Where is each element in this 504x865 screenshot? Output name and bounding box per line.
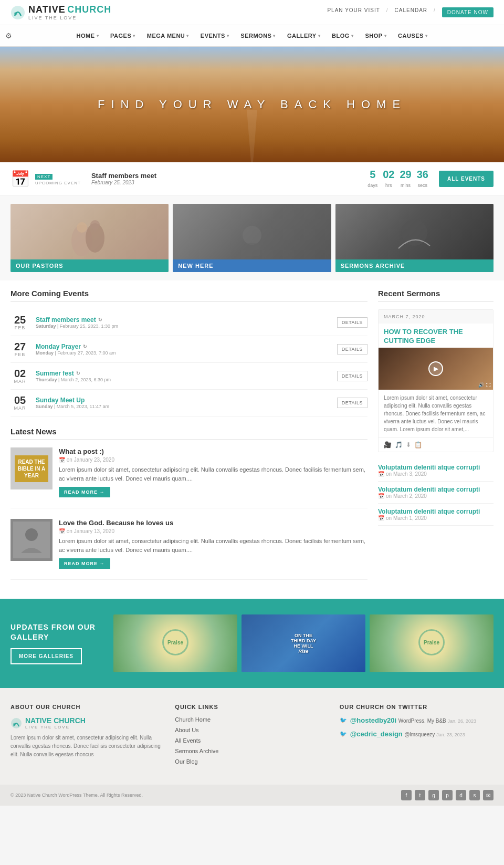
read-more-button-2[interactable]: READ MORE → bbox=[59, 558, 110, 569]
twitter-icon-1: 🐦 bbox=[340, 717, 347, 724]
all-events-button[interactable]: ALL EVENTS bbox=[439, 171, 494, 187]
sermon-card-title[interactable]: HOW TO RECOVER THE CUTTING EDGE bbox=[379, 324, 493, 348]
tweet-text-2: @lmsqueezy bbox=[404, 732, 436, 737]
gallery-left: UPDATES FROM OUR GALLERY MORE GALLERIES bbox=[10, 622, 105, 664]
event-month: FEB bbox=[10, 325, 29, 330]
logo: NATIVE CHURCH LIVE THE LOVE bbox=[10, 4, 111, 20]
tweet-date-2: Jan. 23, 2023 bbox=[436, 732, 465, 737]
calendar-link[interactable]: CALENDAR bbox=[395, 7, 427, 17]
event-info: Summer fest ↻ Thursday | March 2, 2023, … bbox=[36, 370, 331, 382]
event-day: 02 bbox=[10, 368, 29, 379]
mins-num: 29 bbox=[400, 169, 411, 181]
skype-icon[interactable]: s bbox=[469, 790, 480, 800]
nav-events[interactable]: EVENTS ▾ bbox=[195, 25, 235, 46]
nav-pages[interactable]: PAGES ▾ bbox=[105, 25, 141, 46]
download-icon[interactable]: ⬇ bbox=[406, 441, 411, 449]
gallery-images: Praise ON THETHIRD DAYHE WILLRise Praise bbox=[113, 614, 494, 672]
svg-point-12 bbox=[13, 723, 16, 725]
sermon-list-title-1[interactable]: Voluptatum deleniti atque corrupti bbox=[378, 464, 494, 471]
gallery-image-2[interactable]: ON THETHIRD DAYHE WILLRise bbox=[242, 614, 365, 672]
volume-icon[interactable]: 🔊 bbox=[478, 382, 484, 388]
pastors-image bbox=[64, 217, 116, 259]
days-unit: 5 days bbox=[368, 169, 377, 189]
mins-unit: 29 mins bbox=[400, 169, 411, 189]
nav-shop[interactable]: SHOP ▾ bbox=[360, 25, 392, 46]
play-button[interactable]: ▶ bbox=[428, 361, 443, 376]
gallery-image-3[interactable]: Praise bbox=[370, 614, 494, 672]
event-date-box: 27 FEB bbox=[10, 341, 29, 357]
nav-home[interactable]: HOME ▾ bbox=[71, 25, 104, 46]
nav-blog[interactable]: BLOG ▾ bbox=[327, 25, 359, 46]
new-image bbox=[226, 217, 278, 259]
event-schedule: Thursday | March 2, 2023, 6:30 pm bbox=[36, 377, 331, 382]
mins-label: mins bbox=[401, 183, 411, 188]
read-more-button-1[interactable]: READ MORE → bbox=[59, 487, 110, 497]
fullscreen-icon[interactable]: ⛶ bbox=[486, 382, 491, 388]
logo-church: CHURCH bbox=[67, 4, 111, 15]
twitter-social-icon[interactable]: t bbox=[415, 790, 425, 800]
tweet-handle-1[interactable]: @hostedby20i bbox=[350, 716, 397, 724]
pastors-label: Our Pastors bbox=[10, 259, 169, 272]
footer-link-about[interactable]: About Us bbox=[175, 727, 329, 733]
svg-point-10 bbox=[25, 528, 38, 541]
new-label: New Here bbox=[173, 259, 331, 272]
news-thumb-1: READ THEBIBLE IN AYEAR bbox=[10, 447, 52, 489]
footer-link-blog[interactable]: Our Blog bbox=[175, 758, 329, 765]
sermon-video[interactable]: ▶ 🔊 ⛶ bbox=[379, 348, 493, 390]
event-month: MAR bbox=[10, 405, 29, 411]
email-icon[interactable]: ✉ bbox=[483, 790, 494, 800]
footer-link-church-home[interactable]: Church Home bbox=[175, 716, 329, 723]
event-day: 27 bbox=[10, 341, 29, 352]
sermon-card-date: MARCH 7, 2020 bbox=[379, 310, 493, 324]
footer-link-events[interactable]: All Events bbox=[175, 737, 329, 744]
event-details-button[interactable]: DETAILS bbox=[337, 371, 368, 381]
hero-tagline: FIND YOUR WAY BACK HOME bbox=[98, 98, 406, 111]
sep1: / bbox=[386, 7, 388, 17]
event-details-button[interactable]: DETAILS bbox=[337, 344, 368, 355]
plan-visit-link[interactable]: PLAN YOUR VISIT bbox=[327, 7, 380, 17]
nav-sermons[interactable]: SERMONS ▾ bbox=[235, 25, 281, 46]
video-icon[interactable]: 🎥 bbox=[384, 441, 392, 449]
countdown-numbers: 5 days 02 hrs 29 mins 36 secs bbox=[368, 169, 428, 189]
event-details-button[interactable]: DETAILS bbox=[337, 317, 368, 328]
donate-link[interactable]: DONATE NOW bbox=[442, 7, 494, 17]
sermon-list-title-3[interactable]: Voluptatum deleniti atque corrupti bbox=[378, 508, 494, 515]
audio-icon[interactable]: 🎵 bbox=[395, 441, 403, 449]
facebook-icon[interactable]: f bbox=[401, 790, 412, 800]
more-galleries-button[interactable]: MORE GALLERIES bbox=[10, 648, 82, 664]
hero-road-svg bbox=[231, 68, 273, 162]
footer-logo-icon bbox=[10, 717, 22, 729]
table-row: 05 MAR Sunday Meet Up Sunday | March 5, … bbox=[10, 390, 368, 416]
gear-icon[interactable]: ⚙ bbox=[5, 32, 12, 40]
sermon-list-title-2[interactable]: Voluptatum deleniti atque corrupti bbox=[378, 486, 494, 493]
svg-point-6 bbox=[243, 226, 261, 245]
footer-about-title: ABOUT OUR CHURCH bbox=[10, 704, 164, 710]
nav-mega-menu[interactable]: MEGA MENU ▾ bbox=[142, 25, 194, 46]
main-right: Recent Sermons MARCH 7, 2020 HOW TO RECO… bbox=[378, 289, 494, 590]
google-icon[interactable]: g bbox=[428, 790, 439, 800]
nav-causes[interactable]: CAUSES ▾ bbox=[393, 25, 433, 46]
share-icon[interactable]: 📋 bbox=[414, 441, 422, 449]
pinterest-icon[interactable]: p bbox=[442, 790, 453, 800]
calendar-icon: 📅 bbox=[10, 170, 30, 188]
event-schedule: Monday | February 27, 2023, 7:00 am bbox=[36, 350, 331, 356]
event-info: Monday Prayer ↻ Monday | February 27, 20… bbox=[36, 343, 331, 356]
video-controls: 🔊 ⛶ bbox=[478, 382, 491, 388]
svg-point-1 bbox=[14, 12, 17, 15]
footer-columns: ABOUT OUR CHURCH NATIVE CHURCH LIVE THE … bbox=[10, 704, 494, 769]
dribbble-icon[interactable]: d bbox=[456, 790, 466, 800]
feature-card-pastors[interactable]: Our Pastors bbox=[10, 204, 169, 272]
footer-twitter-title: OUR CHURCH ON TWITTER bbox=[340, 704, 494, 710]
feature-card-new[interactable]: New Here bbox=[173, 204, 331, 272]
gallery-image-1[interactable]: Praise bbox=[113, 614, 237, 672]
news-thumb-2 bbox=[10, 519, 52, 561]
latest-news-section: Latest News READ THEBIBLE IN AYEAR What … bbox=[10, 427, 368, 580]
feature-card-sermons[interactable]: Sermons Archive bbox=[335, 204, 494, 272]
news-date-1: 📅 on January 23, 2020 bbox=[59, 457, 368, 463]
event-details-button[interactable]: DETAILS bbox=[337, 398, 368, 408]
secs-unit: 36 secs bbox=[417, 169, 428, 189]
tweet-handle-2[interactable]: @cedric_design bbox=[350, 730, 403, 738]
nav-gallery[interactable]: GALLERY ▾ bbox=[282, 25, 326, 46]
footer-link-sermons[interactable]: Sermons Archive bbox=[175, 748, 329, 754]
footer-about-col: ABOUT OUR CHURCH NATIVE CHURCH LIVE THE … bbox=[10, 704, 164, 769]
